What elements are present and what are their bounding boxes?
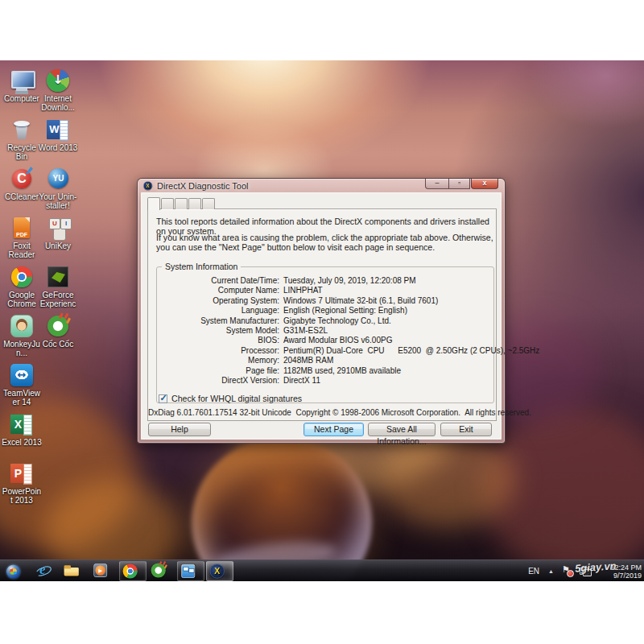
system-info-row: Language: English (Regional Setting: Eng… xyxy=(157,306,490,316)
app-icon xyxy=(9,460,35,486)
taskbar-item-explorer[interactable] xyxy=(61,561,89,581)
clock-date: 9/7/2019 xyxy=(598,572,642,580)
app-icon xyxy=(45,215,71,241)
desktop-icon-ccleaner[interactable]: CCleaner xyxy=(2,166,42,215)
tab-display[interactable] xyxy=(161,198,174,209)
info-value: Windows 7 Ultimate 32-bit (6.1, Build 76… xyxy=(283,296,438,306)
taskbar-item-display[interactable] xyxy=(177,561,204,581)
whql-checkbox-label: Check for WHQL digital signatures xyxy=(171,394,302,403)
app-icon xyxy=(9,166,35,192)
taskbar-app-icon xyxy=(92,561,109,579)
system-info-row: System Model: G31M-ES2L xyxy=(157,326,490,336)
desktop-icon-chrome[interactable]: Google Chrome xyxy=(2,264,42,313)
desktop-icon-excel[interactable]: Excel 2013 xyxy=(2,411,42,460)
language-indicator[interactable]: EN xyxy=(524,565,543,577)
window-client-area: This tool reports detailed information a… xyxy=(141,192,502,440)
desktop-icon-monkey-junior[interactable]: MonkeyJun... xyxy=(2,313,42,362)
info-value: Pentium(R) Dual-Core CPU E5200 @ 2.50GHz… xyxy=(283,346,539,356)
desktop-icon-column-2: Internet Downlo... Word 2013 Your Unin-s… xyxy=(38,68,78,362)
desktop-icon-unikey[interactable]: UniKey xyxy=(38,215,78,264)
taskbar-app-icon xyxy=(34,561,52,579)
desktop-icon-recycle-bin[interactable]: Recycle Bin xyxy=(2,117,42,166)
app-icon xyxy=(9,411,35,437)
save-all-information-button[interactable]: Save All Information... xyxy=(368,423,436,436)
system-info-row: Memory: 2048MB RAM xyxy=(157,356,490,365)
maximize-button[interactable]: ▫ xyxy=(448,179,470,189)
info-value: LINHPHAT xyxy=(283,286,323,295)
info-label: Operating System: xyxy=(157,296,279,306)
info-label: Language: xyxy=(157,306,279,316)
taskbar-item-chrome[interactable] xyxy=(119,561,147,581)
desktop-icon-label: Computer xyxy=(2,94,42,103)
desktop-icon-idm[interactable]: Internet Downlo... xyxy=(38,68,78,117)
taskbar-app-icon xyxy=(63,561,80,579)
app-icon xyxy=(45,313,71,339)
desktop-icon-label: Excel 2013 xyxy=(2,438,42,447)
network-icon[interactable] xyxy=(579,566,592,577)
taskbar-app-icon xyxy=(208,562,226,580)
whql-checkbox[interactable] xyxy=(159,394,167,403)
desktop-icon-column-1: Computer Recycle Bin CCleaner Foxit Read… xyxy=(2,68,42,510)
app-icon xyxy=(9,117,35,142)
close-button[interactable]: x xyxy=(471,179,498,189)
tab-sound2[interactable] xyxy=(188,198,201,209)
taskbar-app-icon xyxy=(150,561,167,579)
system-info-row: System Manufacturer: Gigabyte Technology… xyxy=(157,316,490,326)
desktop-icon-label: Word 2013 xyxy=(38,143,78,152)
info-label: BIOS: xyxy=(157,336,279,345)
dxdiag-icon xyxy=(142,180,153,191)
desktop-icon-label: Google Chrome xyxy=(2,291,42,308)
system-info-row: DirectX Version: DirectX 11 xyxy=(157,376,490,386)
system-tray: EN ▲ 12:24 PM 9/7/2019 xyxy=(524,560,642,581)
taskbar-items xyxy=(32,561,235,581)
taskbar: EN ▲ 12:24 PM 9/7/2019 xyxy=(0,559,644,581)
system-info-row: Page file: 1182MB used, 2910MB available xyxy=(157,366,490,376)
tab-system[interactable] xyxy=(147,197,160,210)
info-value: Gigabyte Technology Co., Ltd. xyxy=(283,316,391,326)
tab-sound1[interactable] xyxy=(175,198,188,209)
desktop-icon-coccoc[interactable]: Cốc Cốc xyxy=(38,313,78,362)
desktop-icon-teamviewer[interactable]: TeamViewer 14 xyxy=(2,362,42,411)
groupbox-title: System Information xyxy=(162,262,241,271)
help-button[interactable]: Help xyxy=(148,423,211,436)
system-information-groupbox: System Information Current Date/Time: Tu… xyxy=(156,266,494,403)
minimize-button[interactable]: – xyxy=(425,179,448,189)
info-value: 2048MB RAM xyxy=(283,356,333,365)
info-value: 1182MB used, 2910MB available xyxy=(283,366,401,376)
start-button[interactable] xyxy=(4,562,28,580)
clock[interactable]: 12:24 PM 9/7/2019 xyxy=(598,564,642,580)
dialog-buttons: Help Next Page Save All Information... E… xyxy=(141,423,502,437)
taskbar-item-ie[interactable] xyxy=(32,561,60,581)
info-label: Memory: xyxy=(157,356,279,365)
info-value: Award Modular BIOS v6.00PG xyxy=(283,336,392,345)
desktop-icon-label: Cốc Cốc xyxy=(38,340,78,349)
system-info-row: Current Date/Time: Tuesday, July 09, 201… xyxy=(157,276,490,286)
exit-button[interactable]: Exit xyxy=(440,423,492,436)
show-hidden-icons-icon[interactable]: ▲ xyxy=(543,568,559,574)
desktop-icon-label: MonkeyJun... xyxy=(2,340,42,357)
desktop-icon-label: GeForce Experience xyxy=(38,291,78,308)
app-icon xyxy=(45,117,71,142)
taskbar-item-wmp[interactable] xyxy=(90,561,118,581)
dxdiag-version-line: DxDiag 6.01.7601.17514 32-bit Unicode Co… xyxy=(148,408,496,417)
desktop-icon-computer[interactable]: Computer xyxy=(2,68,42,117)
desktop-icon-label: Internet Downlo... xyxy=(38,94,78,112)
desktop-icon-your-uninstaller[interactable]: Your Unin-staller! xyxy=(38,166,78,215)
action-center-flag-icon[interactable] xyxy=(562,566,572,577)
info-label: Current Date/Time: xyxy=(157,276,279,286)
desktop-icon-geforce[interactable]: GeForce Experience xyxy=(38,264,78,313)
info-label: DirectX Version: xyxy=(157,376,279,386)
whql-checkbox-row[interactable]: Check for WHQL digital signatures xyxy=(159,394,302,403)
next-page-button[interactable]: Next Page xyxy=(303,423,364,436)
dxdiag-window: DirectX Diagnostic Tool – ▫ x This tool … xyxy=(137,178,506,444)
system-info-rows: Current Date/Time: Tuesday, July 09, 201… xyxy=(157,276,490,386)
desktop-icon-foxit-reader[interactable]: Foxit Reader xyxy=(2,215,42,264)
taskbar-item-coccoc[interactable] xyxy=(148,561,175,581)
system-info-row: Operating System: Windows 7 Ultimate 32-… xyxy=(157,296,490,306)
tab-input[interactable] xyxy=(202,198,215,209)
desktop-icon-powerpoint[interactable]: PowerPoint 2013 xyxy=(2,460,42,510)
desktop-icon-word[interactable]: Word 2013 xyxy=(38,117,78,166)
intro-text-2: If you know what area is causing the pro… xyxy=(156,233,497,252)
taskbar-item-dxdiag[interactable] xyxy=(206,561,233,581)
clock-time: 12:24 PM xyxy=(598,564,642,572)
